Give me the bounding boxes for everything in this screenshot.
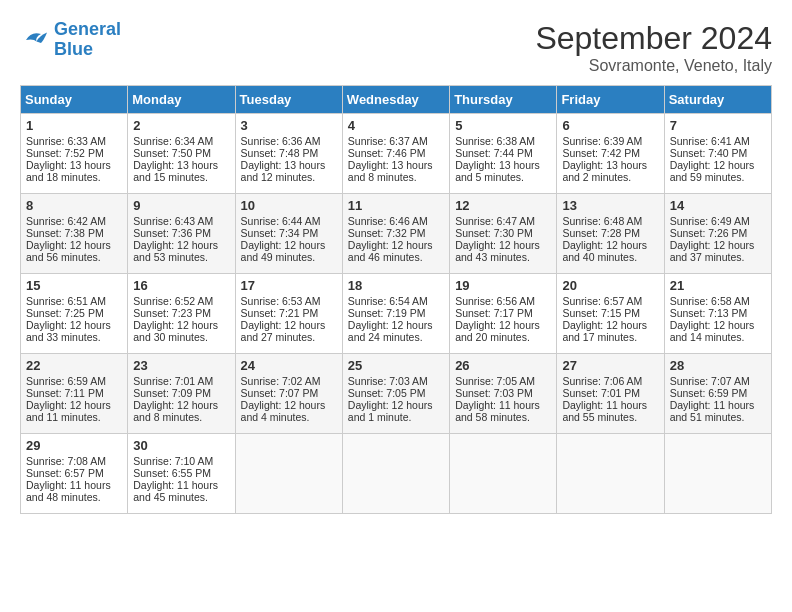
sunset-text: Sunset: 7:46 PM: [348, 147, 426, 159]
calendar-cell: [557, 434, 664, 514]
daylight-text: Daylight: 11 hours and 51 minutes.: [670, 399, 755, 423]
sunrise-text: Sunrise: 6:58 AM: [670, 295, 750, 307]
day-number: 4: [348, 118, 444, 133]
sunrise-text: Sunrise: 6:56 AM: [455, 295, 535, 307]
day-number: 30: [133, 438, 229, 453]
day-number: 24: [241, 358, 337, 373]
calendar-cell: 9 Sunrise: 6:43 AM Sunset: 7:36 PM Dayli…: [128, 194, 235, 274]
day-number: 12: [455, 198, 551, 213]
daylight-text: Daylight: 13 hours and 5 minutes.: [455, 159, 540, 183]
logo-line2: Blue: [54, 39, 93, 59]
sunrise-text: Sunrise: 6:33 AM: [26, 135, 106, 147]
logo-icon: [20, 25, 50, 55]
sunset-text: Sunset: 7:11 PM: [26, 387, 104, 399]
daylight-text: Daylight: 12 hours and 20 minutes.: [455, 319, 540, 343]
sunrise-text: Sunrise: 6:57 AM: [562, 295, 642, 307]
sunset-text: Sunset: 7:03 PM: [455, 387, 533, 399]
daylight-text: Daylight: 12 hours and 27 minutes.: [241, 319, 326, 343]
page-header: General Blue September 2024 Sovramonte, …: [20, 20, 772, 75]
column-header-tuesday: Tuesday: [235, 86, 342, 114]
sunrise-text: Sunrise: 6:37 AM: [348, 135, 428, 147]
calendar-cell: 23 Sunrise: 7:01 AM Sunset: 7:09 PM Dayl…: [128, 354, 235, 434]
sunset-text: Sunset: 7:38 PM: [26, 227, 104, 239]
sunset-text: Sunset: 7:05 PM: [348, 387, 426, 399]
sunset-text: Sunset: 7:28 PM: [562, 227, 640, 239]
sunrise-text: Sunrise: 6:46 AM: [348, 215, 428, 227]
sunset-text: Sunset: 7:50 PM: [133, 147, 211, 159]
daylight-text: Daylight: 12 hours and 11 minutes.: [26, 399, 111, 423]
sunrise-text: Sunrise: 6:53 AM: [241, 295, 321, 307]
calendar-cell: 17 Sunrise: 6:53 AM Sunset: 7:21 PM Dayl…: [235, 274, 342, 354]
calendar-cell: 25 Sunrise: 7:03 AM Sunset: 7:05 PM Dayl…: [342, 354, 449, 434]
sunset-text: Sunset: 6:57 PM: [26, 467, 104, 479]
sunrise-text: Sunrise: 6:39 AM: [562, 135, 642, 147]
sunset-text: Sunset: 7:21 PM: [241, 307, 319, 319]
logo-text: General Blue: [54, 20, 121, 60]
daylight-text: Daylight: 13 hours and 2 minutes.: [562, 159, 647, 183]
day-number: 13: [562, 198, 658, 213]
calendar-week-1: 1 Sunrise: 6:33 AM Sunset: 7:52 PM Dayli…: [21, 114, 772, 194]
sunset-text: Sunset: 7:07 PM: [241, 387, 319, 399]
sunrise-text: Sunrise: 7:08 AM: [26, 455, 106, 467]
sunrise-text: Sunrise: 7:07 AM: [670, 375, 750, 387]
day-number: 29: [26, 438, 122, 453]
sunset-text: Sunset: 7:13 PM: [670, 307, 748, 319]
day-number: 23: [133, 358, 229, 373]
daylight-text: Daylight: 13 hours and 8 minutes.: [348, 159, 433, 183]
daylight-text: Daylight: 12 hours and 14 minutes.: [670, 319, 755, 343]
daylight-text: Daylight: 12 hours and 56 minutes.: [26, 239, 111, 263]
day-number: 8: [26, 198, 122, 213]
sunset-text: Sunset: 7:26 PM: [670, 227, 748, 239]
daylight-text: Daylight: 11 hours and 45 minutes.: [133, 479, 218, 503]
calendar-week-3: 15 Sunrise: 6:51 AM Sunset: 7:25 PM Dayl…: [21, 274, 772, 354]
daylight-text: Daylight: 12 hours and 30 minutes.: [133, 319, 218, 343]
sunrise-text: Sunrise: 6:48 AM: [562, 215, 642, 227]
sunset-text: Sunset: 7:19 PM: [348, 307, 426, 319]
sunset-text: Sunset: 7:23 PM: [133, 307, 211, 319]
sunrise-text: Sunrise: 6:42 AM: [26, 215, 106, 227]
sunrise-text: Sunrise: 7:02 AM: [241, 375, 321, 387]
sunset-text: Sunset: 7:01 PM: [562, 387, 640, 399]
daylight-text: Daylight: 12 hours and 49 minutes.: [241, 239, 326, 263]
day-number: 19: [455, 278, 551, 293]
day-number: 21: [670, 278, 766, 293]
day-number: 11: [348, 198, 444, 213]
calendar-cell: 16 Sunrise: 6:52 AM Sunset: 7:23 PM Dayl…: [128, 274, 235, 354]
day-number: 1: [26, 118, 122, 133]
calendar-cell: 13 Sunrise: 6:48 AM Sunset: 7:28 PM Dayl…: [557, 194, 664, 274]
calendar-cell: 21 Sunrise: 6:58 AM Sunset: 7:13 PM Dayl…: [664, 274, 771, 354]
day-number: 18: [348, 278, 444, 293]
calendar-table: SundayMondayTuesdayWednesdayThursdayFrid…: [20, 85, 772, 514]
daylight-text: Daylight: 11 hours and 48 minutes.: [26, 479, 111, 503]
sunrise-text: Sunrise: 6:59 AM: [26, 375, 106, 387]
sunset-text: Sunset: 7:09 PM: [133, 387, 211, 399]
sunrise-text: Sunrise: 6:44 AM: [241, 215, 321, 227]
daylight-text: Daylight: 11 hours and 55 minutes.: [562, 399, 647, 423]
day-number: 28: [670, 358, 766, 373]
calendar-cell: [664, 434, 771, 514]
calendar-cell: 1 Sunrise: 6:33 AM Sunset: 7:52 PM Dayli…: [21, 114, 128, 194]
calendar-cell: 29 Sunrise: 7:08 AM Sunset: 6:57 PM Dayl…: [21, 434, 128, 514]
sunset-text: Sunset: 7:17 PM: [455, 307, 533, 319]
day-number: 9: [133, 198, 229, 213]
day-number: 16: [133, 278, 229, 293]
column-header-friday: Friday: [557, 86, 664, 114]
sunset-text: Sunset: 7:36 PM: [133, 227, 211, 239]
calendar-cell: 11 Sunrise: 6:46 AM Sunset: 7:32 PM Dayl…: [342, 194, 449, 274]
calendar-cell: 4 Sunrise: 6:37 AM Sunset: 7:46 PM Dayli…: [342, 114, 449, 194]
day-number: 7: [670, 118, 766, 133]
day-number: 3: [241, 118, 337, 133]
sunrise-text: Sunrise: 6:34 AM: [133, 135, 213, 147]
logo-line1: General: [54, 19, 121, 39]
month-title: September 2024: [535, 20, 772, 57]
column-header-thursday: Thursday: [450, 86, 557, 114]
sunset-text: Sunset: 7:25 PM: [26, 307, 104, 319]
sunrise-text: Sunrise: 7:05 AM: [455, 375, 535, 387]
day-number: 2: [133, 118, 229, 133]
sunrise-text: Sunrise: 6:51 AM: [26, 295, 106, 307]
sunrise-text: Sunrise: 6:54 AM: [348, 295, 428, 307]
calendar-cell: 15 Sunrise: 6:51 AM Sunset: 7:25 PM Dayl…: [21, 274, 128, 354]
calendar-cell: 28 Sunrise: 7:07 AM Sunset: 6:59 PM Dayl…: [664, 354, 771, 434]
title-block: September 2024 Sovramonte, Veneto, Italy: [535, 20, 772, 75]
daylight-text: Daylight: 13 hours and 12 minutes.: [241, 159, 326, 183]
